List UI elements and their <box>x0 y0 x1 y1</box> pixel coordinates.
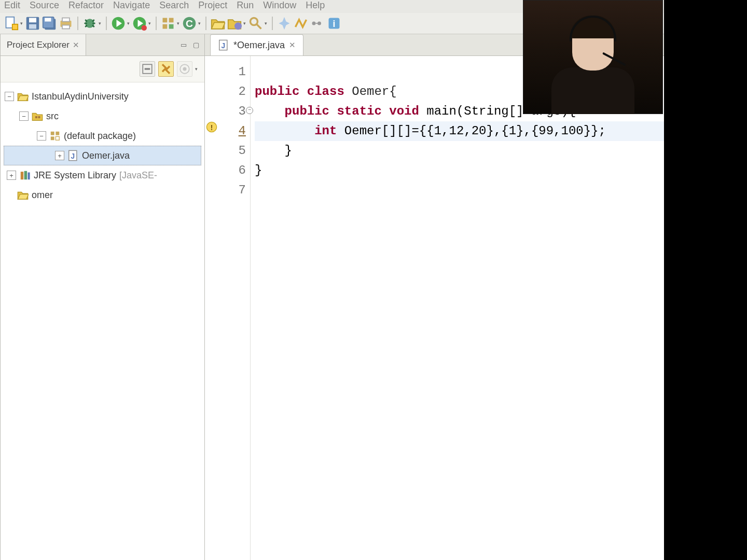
menu-navigate[interactable]: Navigate <box>113 0 150 11</box>
view-menu-icon[interactable]: ▾ <box>194 63 198 75</box>
line-number: 2 <box>219 82 246 102</box>
link-editor-button[interactable] <box>158 61 174 77</box>
new-class-dropdown[interactable]: ▾ <box>197 18 201 29</box>
svg-rect-33 <box>56 132 59 135</box>
collapse-all-button[interactable] <box>140 61 155 77</box>
new-dropdown[interactable]: ▾ <box>19 18 23 29</box>
menu-refactor[interactable]: Refactor <box>68 0 104 11</box>
svg-rect-32 <box>51 132 54 135</box>
svg-text:J: J <box>71 152 75 160</box>
warning-icon[interactable]: ! <box>206 121 217 136</box>
print-button[interactable] <box>59 16 73 31</box>
project-explorer-tab[interactable]: Project Explorer ✕ <box>1 34 86 55</box>
close-icon[interactable]: ✕ <box>289 40 296 50</box>
letterbox-right <box>664 0 747 560</box>
new-package-button[interactable] <box>161 16 175 31</box>
folder-icon <box>17 91 29 102</box>
open-type-button[interactable] <box>211 16 225 31</box>
menu-run[interactable]: Run <box>237 0 254 11</box>
expand-icon[interactable]: + <box>7 171 16 180</box>
package-label: (default package) <box>64 131 136 142</box>
menu-window[interactable]: Window <box>263 0 296 11</box>
svg-rect-38 <box>21 172 24 179</box>
run-button[interactable] <box>111 16 126 31</box>
menu-edit[interactable]: Edit <box>4 0 20 11</box>
marker-bar: ! <box>205 56 219 560</box>
run-last-button[interactable] <box>132 16 147 31</box>
java-file-icon: J <box>67 150 79 161</box>
java-file-node[interactable]: + J Oemer.java <box>4 146 201 165</box>
info-button[interactable]: i <box>327 16 341 31</box>
focus-task-button[interactable] <box>177 61 192 77</box>
svg-rect-35 <box>56 136 59 140</box>
project-node[interactable]: − IstanbulAydinUniversity <box>4 87 201 106</box>
run-last-dropdown[interactable]: ▾ <box>147 18 151 29</box>
save-all-button[interactable] <box>42 16 57 31</box>
svg-rect-1 <box>12 24 18 30</box>
expand-icon[interactable]: − <box>37 131 46 141</box>
line-number: 3− <box>219 102 246 121</box>
line-number: 5 <box>219 141 246 161</box>
line-number: 4 <box>219 121 246 141</box>
project-explorer-panel: Project Explorer ✕ ▭ ▢ ▾ − IstanbulAydin… <box>0 34 205 560</box>
java-file-icon: J <box>218 39 229 51</box>
svg-rect-17 <box>163 24 168 29</box>
svg-rect-4 <box>29 24 36 29</box>
separator <box>205 17 206 30</box>
menu-search[interactable]: Search <box>159 0 189 11</box>
editor-tab-label: *Oemer.java <box>233 40 285 51</box>
debug-dropdown[interactable]: ▾ <box>98 18 102 29</box>
library-icon <box>19 170 31 181</box>
expand-icon[interactable]: − <box>5 92 14 101</box>
svg-point-23 <box>312 22 316 25</box>
svg-rect-31 <box>38 116 40 118</box>
svg-rect-30 <box>35 116 37 118</box>
expand-icon[interactable]: + <box>55 151 64 160</box>
menu-project[interactable]: Project <box>198 0 227 11</box>
line-gutter: 1 2 3− 4 5 6 7 <box>219 56 251 560</box>
fold-icon[interactable]: − <box>246 107 253 114</box>
search-button[interactable] <box>248 16 263 31</box>
folder-icon <box>17 189 29 201</box>
java-file-label: Oemer.java <box>82 150 130 161</box>
project-node-2[interactable]: omer <box>4 185 201 205</box>
svg-rect-16 <box>169 18 174 23</box>
open-task-dropdown[interactable]: ▾ <box>242 18 246 29</box>
editor-tab[interactable]: J *Oemer.java ✕ <box>210 34 303 55</box>
pin-button[interactable] <box>277 16 292 31</box>
toggle-breadcrumb-button[interactable] <box>310 16 325 31</box>
close-icon[interactable]: ✕ <box>73 40 79 50</box>
package-icon <box>49 130 61 142</box>
maximize-icon[interactable]: ▢ <box>191 40 201 50</box>
menu-source[interactable]: Source <box>30 0 59 11</box>
separator <box>272 17 273 30</box>
new-class-button[interactable]: C <box>182 16 197 31</box>
expand-icon[interactable]: − <box>19 111 29 121</box>
toggle-mark-button[interactable] <box>294 16 308 31</box>
svg-point-24 <box>317 22 321 25</box>
open-task-button[interactable] <box>227 16 242 31</box>
debug-button[interactable] <box>82 16 97 31</box>
project-label: IstanbulAydinUniversity <box>32 91 129 102</box>
line-number: 6 <box>219 161 246 180</box>
separator <box>156 17 157 30</box>
new-button[interactable] <box>4 16 19 31</box>
explorer-toolbar: ▾ <box>1 56 204 82</box>
webcam-person <box>557 16 629 109</box>
new-package-dropdown[interactable]: ▾ <box>176 18 180 29</box>
jre-library-node[interactable]: + JRE System Library [JavaSE- <box>4 165 201 185</box>
package-node[interactable]: − (default package) <box>4 126 201 146</box>
src-folder-node[interactable]: − src <box>4 106 201 126</box>
save-button[interactable] <box>25 16 40 31</box>
svg-text:!: ! <box>209 123 214 133</box>
svg-rect-9 <box>62 18 70 22</box>
jre-suffix: [JavaSE- <box>119 170 157 181</box>
svg-point-14 <box>142 25 147 31</box>
svg-rect-3 <box>29 18 36 23</box>
minimize-icon[interactable]: ▭ <box>178 40 189 50</box>
project-label-2: omer <box>32 190 53 201</box>
menu-help[interactable]: Help <box>306 0 325 11</box>
svg-rect-40 <box>28 173 30 180</box>
run-dropdown[interactable]: ▾ <box>126 18 130 29</box>
search-dropdown[interactable]: ▾ <box>264 18 268 29</box>
